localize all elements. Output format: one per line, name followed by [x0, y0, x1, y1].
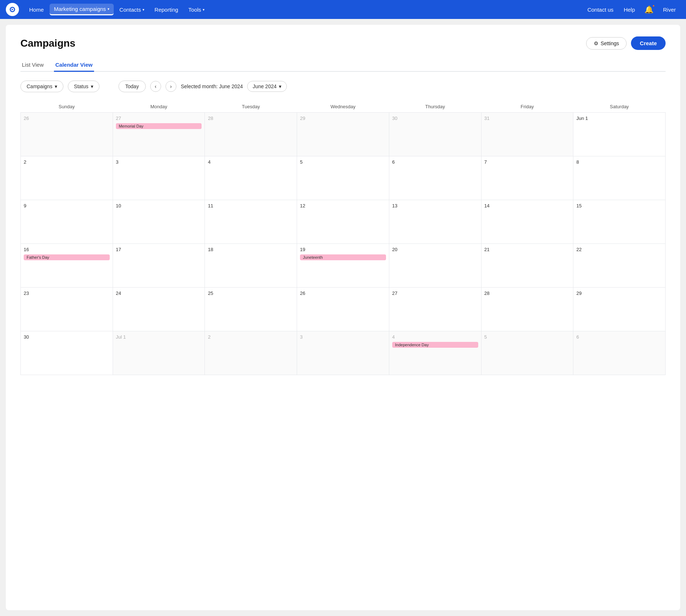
event-pill[interactable]: Independence Day [392, 342, 478, 348]
day-number: 25 [208, 291, 294, 296]
settings-button[interactable]: ⚙ Settings [586, 37, 627, 50]
calendar-day-cell[interactable]: 30 [389, 113, 481, 156]
col-sunday: Sunday [21, 101, 113, 113]
calendar-day-cell[interactable]: 13 [389, 200, 481, 244]
today-button[interactable]: Today [118, 81, 146, 92]
calendar-day-cell[interactable]: 24 [113, 288, 205, 331]
nav-marketing-campaigns[interactable]: Marketing campaigns ▾ [50, 4, 114, 15]
calendar-day-cell[interactable]: 29 [573, 288, 666, 331]
nav-reporting[interactable]: Reporting [150, 4, 183, 15]
calendar-week-row: 9101112131415 [21, 200, 666, 244]
day-number: 23 [24, 291, 110, 296]
day-number: 6 [576, 334, 662, 340]
calendar-day-cell[interactable]: 5 [297, 156, 389, 200]
day-number: 4 [392, 334, 478, 340]
calendar-day-cell[interactable]: 27 [389, 288, 481, 331]
calendar-day-cell[interactable]: 20 [389, 244, 481, 288]
calendar-day-cell[interactable]: 25 [205, 288, 297, 331]
calendar-day-cell[interactable]: 2 [205, 331, 297, 375]
calendar-day-cell[interactable]: 9 [21, 200, 113, 244]
calendar-day-cell[interactable]: 12 [297, 200, 389, 244]
calendar-day-cell[interactable]: 19Juneteenth [297, 244, 389, 288]
col-saturday: Saturday [573, 101, 666, 113]
calendar-day-cell[interactable]: 23 [21, 288, 113, 331]
calendar-day-cell[interactable]: 3 [297, 331, 389, 375]
calendar-day-cell[interactable]: 6 [573, 331, 666, 375]
logo[interactable] [6, 3, 19, 16]
nav-user-name[interactable]: River [659, 4, 680, 15]
calendar-day-cell[interactable]: 15 [573, 200, 666, 244]
col-wednesday: Wednesday [297, 101, 389, 113]
next-month-button[interactable]: › [165, 81, 176, 92]
calendar-day-cell[interactable]: Jun 1 [573, 113, 666, 156]
nav-home[interactable]: Home [25, 4, 48, 15]
col-friday: Friday [481, 101, 573, 113]
event-pill[interactable]: Memorial Day [116, 123, 202, 129]
day-number: 18 [208, 247, 294, 252]
nav-tools[interactable]: Tools ▾ [184, 4, 209, 15]
day-number: 2 [208, 334, 294, 340]
calendar-day-cell[interactable]: 27Memorial Day [113, 113, 205, 156]
notification-dot [652, 4, 655, 7]
event-pill[interactable]: Father's Day [24, 254, 110, 260]
day-number: 20 [392, 247, 478, 252]
day-number: 28 [208, 116, 294, 121]
calendar-day-cell[interactable]: 21 [481, 244, 573, 288]
calendar-day-cell[interactable]: 18 [205, 244, 297, 288]
chevron-down-icon: ▾ [143, 8, 144, 12]
notification-bell[interactable]: 🔔 [641, 3, 657, 16]
day-number: 19 [300, 247, 386, 252]
create-button[interactable]: Create [631, 36, 666, 50]
calendar-day-cell[interactable]: 6 [389, 156, 481, 200]
calendar-day-cell[interactable]: Jul 1 [113, 331, 205, 375]
calendar-day-cell[interactable]: 4Independence Day [389, 331, 481, 375]
calendar-day-cell[interactable]: 11 [205, 200, 297, 244]
day-number: 10 [116, 203, 202, 208]
calendar-day-cell[interactable]: 29 [297, 113, 389, 156]
day-number: 5 [300, 159, 386, 165]
navbar: Home Marketing campaigns ▾ Contacts ▾ Re… [0, 0, 686, 19]
calendar-day-cell[interactable]: 26 [297, 288, 389, 331]
day-number: 3 [300, 334, 386, 340]
day-number: 7 [484, 159, 570, 165]
day-number: 15 [576, 203, 662, 208]
event-pill[interactable]: Juneteenth [300, 254, 386, 260]
calendar-day-cell[interactable]: 8 [573, 156, 666, 200]
status-filter-button[interactable]: Status ▾ [68, 81, 100, 92]
calendar-day-cell[interactable]: 30 [21, 331, 113, 375]
calendar-week-row: 16Father's Day171819Juneteenth202122 [21, 244, 666, 288]
main-content: Campaigns ⚙ Settings Create List View Ca… [6, 25, 680, 610]
calendar-week-row: 2627Memorial Day28293031Jun 1 [21, 113, 666, 156]
selected-month-label: Selected month: June 2024 [181, 83, 243, 89]
calendar-day-cell[interactable]: 22 [573, 244, 666, 288]
calendar-day-cell[interactable]: 26 [21, 113, 113, 156]
calendar-week-row: 2345678 [21, 156, 666, 200]
calendar-day-cell[interactable]: 31 [481, 113, 573, 156]
calendar-day-cell[interactable]: 28 [481, 288, 573, 331]
tab-calendar-view[interactable]: Calendar View [54, 59, 94, 72]
calendar-day-cell[interactable]: 14 [481, 200, 573, 244]
nav-contacts[interactable]: Contacts ▾ [115, 4, 149, 15]
day-number: 8 [576, 159, 662, 165]
month-select[interactable]: June 2024 ▾ [247, 81, 287, 92]
day-number: 24 [116, 291, 202, 296]
campaigns-filter-button[interactable]: Campaigns ▾ [20, 81, 63, 92]
calendar-day-cell[interactable]: 16Father's Day [21, 244, 113, 288]
calendar-day-cell[interactable]: 2 [21, 156, 113, 200]
day-number: 29 [576, 291, 662, 296]
calendar-day-cell[interactable]: 7 [481, 156, 573, 200]
calendar-day-cell[interactable]: 4 [205, 156, 297, 200]
page-title: Campaigns [20, 38, 75, 49]
page-header: Campaigns ⚙ Settings Create [20, 36, 666, 50]
calendar-day-cell[interactable]: 3 [113, 156, 205, 200]
calendar-day-cell[interactable]: 28 [205, 113, 297, 156]
tab-list-view[interactable]: List View [20, 59, 45, 72]
calendar-day-cell[interactable]: 5 [481, 331, 573, 375]
calendar-day-cell[interactable]: 10 [113, 200, 205, 244]
nav-help[interactable]: Help [619, 4, 639, 15]
day-number: 26 [24, 116, 110, 121]
nav-contact-us[interactable]: Contact us [583, 4, 618, 15]
prev-month-button[interactable]: ‹ [150, 81, 161, 92]
calendar-day-cell[interactable]: 17 [113, 244, 205, 288]
header-actions: ⚙ Settings Create [586, 36, 666, 50]
